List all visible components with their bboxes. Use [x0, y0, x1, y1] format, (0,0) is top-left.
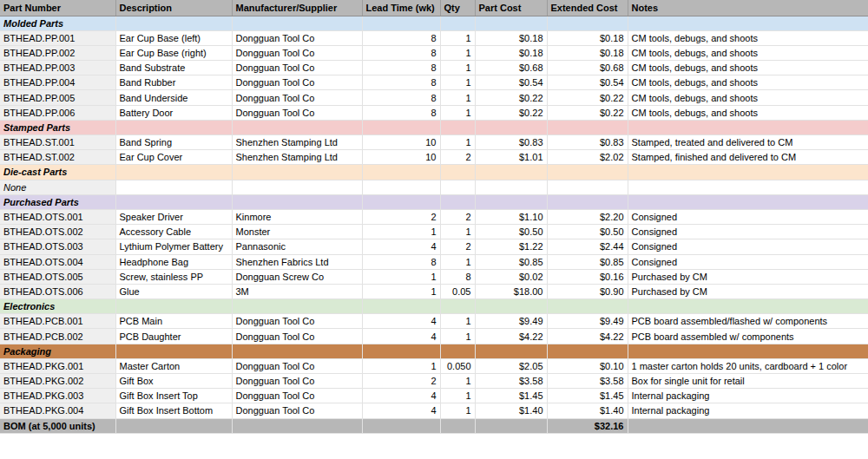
total-label[interactable]: BOM (at 5,000 units)	[0, 418, 115, 433]
total-cell[interactable]	[440, 418, 475, 433]
section-cell[interactable]	[362, 299, 440, 314]
cell[interactable]: $0.83	[475, 135, 547, 150]
cell[interactable]: Ear Cup Base (left)	[115, 30, 232, 45]
cell[interactable]: Gift Box	[115, 374, 232, 389]
cell[interactable]: $0.54	[475, 75, 547, 90]
section-cell[interactable]	[362, 16, 440, 30]
cell[interactable]: $1.01	[475, 150, 547, 165]
cell[interactable]: $0.18	[547, 45, 628, 60]
section-cell[interactable]	[475, 194, 547, 209]
cell[interactable]: $18.00	[475, 284, 547, 298]
cell-part-number[interactable]: BTHEAD.PKG.003	[0, 389, 115, 403]
cell[interactable]: $1.40	[547, 403, 628, 418]
cell[interactable]: $0.68	[547, 61, 628, 75]
cell[interactable]: CM tools, debugs, and shoots	[628, 75, 868, 90]
cell[interactable]: Purchased by CM	[628, 284, 868, 298]
cell-part-number[interactable]: BTHEAD.OTS.005	[0, 269, 115, 284]
cell[interactable]: 4	[362, 314, 440, 329]
section-cell[interactable]	[475, 120, 547, 134]
cell[interactable]: 1	[440, 403, 475, 418]
cell[interactable]: 2	[362, 209, 440, 224]
cell[interactable]: $0.10	[547, 358, 628, 373]
cell[interactable]: 1	[440, 389, 475, 403]
cell[interactable]: 1	[362, 269, 440, 284]
section-cell[interactable]	[628, 120, 868, 134]
cell[interactable]: $0.02	[475, 269, 547, 284]
cell-part-number[interactable]: BTHEAD.PCB.001	[0, 314, 115, 329]
cell[interactable]	[440, 180, 475, 194]
cell[interactable]: Master Carton	[115, 358, 232, 373]
cell[interactable]: Battery Door	[115, 105, 232, 120]
section-cell[interactable]	[115, 299, 232, 314]
total-cell[interactable]	[115, 418, 232, 433]
cell[interactable]: $0.68	[475, 61, 547, 75]
section-label-die-cast-parts[interactable]: Die-cast Parts	[0, 165, 115, 180]
cell[interactable]: 4	[362, 329, 440, 344]
cell[interactable]: 8	[362, 105, 440, 120]
cell[interactable]: PCB Main	[115, 314, 232, 329]
section-cell[interactable]	[362, 120, 440, 134]
cell[interactable]: $1.10	[475, 209, 547, 224]
cell[interactable]: 1	[440, 225, 475, 239]
cell-part-number[interactable]: BTHEAD.OTS.003	[0, 239, 115, 254]
cell-part-number[interactable]: BTHEAD.PP.002	[0, 45, 115, 60]
cell[interactable]: Dongguan Tool Co	[232, 45, 362, 60]
cell-part-number[interactable]: BTHEAD.OTS.002	[0, 225, 115, 239]
cell[interactable]: 0.05	[440, 284, 475, 298]
cell[interactable]: CM tools, debugs, and shoots	[628, 61, 868, 75]
cell[interactable]: 10	[362, 135, 440, 150]
cell-part-number[interactable]: BTHEAD.OTS.006	[0, 284, 115, 298]
cell[interactable]: 8	[362, 90, 440, 105]
cell[interactable]: Box for single unit for retail	[628, 374, 868, 389]
section-cell[interactable]	[440, 344, 475, 358]
section-cell[interactable]	[547, 299, 628, 314]
cell[interactable]: Headphone Bag	[115, 254, 232, 269]
cell[interactable]: 1	[362, 284, 440, 298]
section-cell[interactable]	[547, 194, 628, 209]
section-cell[interactable]	[115, 16, 232, 30]
cell[interactable]: Dongguan Screw Co	[232, 269, 362, 284]
cell[interactable]: 10	[362, 150, 440, 165]
cell-part-number[interactable]: BTHEAD.PKG.001	[0, 358, 115, 373]
cell[interactable]: $2.44	[547, 239, 628, 254]
section-cell[interactable]	[232, 165, 362, 180]
cell[interactable]: $0.22	[547, 90, 628, 105]
cell[interactable]: 8	[362, 45, 440, 60]
section-cell[interactable]	[547, 165, 628, 180]
cell-part-number[interactable]: BTHEAD.OTS.004	[0, 254, 115, 269]
cell[interactable]: Dongguan Tool Co	[232, 61, 362, 75]
cell[interactable]: $0.85	[547, 254, 628, 269]
cell[interactable]: Shenzhen Fabrics Ltd	[232, 254, 362, 269]
cell[interactable]: $9.49	[547, 314, 628, 329]
total-cell[interactable]	[475, 418, 547, 433]
cell[interactable]: Dongguan Tool Co	[232, 314, 362, 329]
cell[interactable]: 1	[362, 358, 440, 373]
total-cell[interactable]	[362, 418, 440, 433]
cell[interactable]	[475, 180, 547, 194]
cell[interactable]: 4	[362, 389, 440, 403]
cell[interactable]: $1.40	[475, 403, 547, 418]
cell[interactable]: Gift Box Insert Top	[115, 389, 232, 403]
column-header-description[interactable]: Description	[115, 0, 232, 16]
cell[interactable]: Stamped, treated and delivered to CM	[628, 135, 868, 150]
cell[interactable]: $0.85	[475, 254, 547, 269]
cell[interactable]: 8	[362, 254, 440, 269]
cell[interactable]: 1	[362, 225, 440, 239]
cell[interactable]: PCB board assembled w/ components	[628, 329, 868, 344]
cell[interactable]: Dongguan Tool Co	[232, 105, 362, 120]
total-cell[interactable]	[232, 418, 362, 433]
cell[interactable]: PCB board assembled/flashed w/ component…	[628, 314, 868, 329]
cell[interactable]: $0.18	[475, 30, 547, 45]
section-cell[interactable]	[475, 165, 547, 180]
cell[interactable]: Dongguan Tool Co	[232, 389, 362, 403]
column-header-qty[interactable]: Qty	[440, 0, 475, 16]
section-cell[interactable]	[475, 16, 547, 30]
cell[interactable]: 2	[440, 209, 475, 224]
cell-part-number[interactable]: BTHEAD.PP.005	[0, 90, 115, 105]
cell[interactable]: PCB Daughter	[115, 329, 232, 344]
cell[interactable]: Band Substrate	[115, 61, 232, 75]
section-cell[interactable]	[115, 165, 232, 180]
cell[interactable]	[628, 180, 868, 194]
cell[interactable]: 0.050	[440, 358, 475, 373]
cell[interactable]: Ear Cup Cover	[115, 150, 232, 165]
